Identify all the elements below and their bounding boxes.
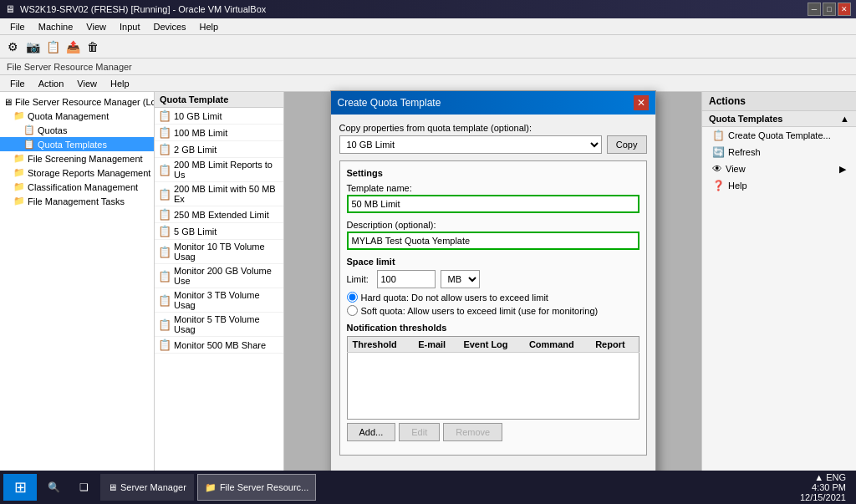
list-item[interactable]: 📋 Monitor 10 TB Volume Usag — [155, 240, 283, 264]
fsrm-menu-view[interactable]: View — [70, 77, 104, 90]
quota-icon-0: 📋 — [158, 109, 171, 122]
edit-notif-button[interactable]: Edit — [399, 423, 440, 441]
template-name-input[interactable] — [347, 195, 639, 213]
tree-item-file-mgmt[interactable]: 📁 File Management Tasks — [0, 194, 154, 208]
fsrm-menu-file[interactable]: File — [3, 77, 32, 90]
copy-button[interactable]: Copy — [607, 135, 647, 154]
quota-icon-7: 📋 — [158, 246, 171, 258]
action-create-quota-template[interactable]: 📋 Create Quota Template... — [702, 127, 856, 144]
quota-icon-11: 📋 — [158, 339, 171, 351]
description-input[interactable] — [347, 232, 639, 250]
copy-template-select[interactable]: 10 GB Limit — [339, 135, 602, 154]
tree-item-quota-templates[interactable]: 📋 Quota Templates — [0, 137, 154, 151]
taskbar-search[interactable]: 🔍 — [40, 474, 67, 501]
hard-quota-row: Hard quota: Do not allow users to exceed… — [347, 292, 639, 303]
fsrm-menu-help[interactable]: Help — [104, 77, 136, 90]
toolbar-settings[interactable]: ⚙ — [3, 38, 22, 56]
list-item[interactable]: 📋 200 MB Limit Reports to Us — [155, 158, 283, 182]
notification-section: Notification thresholds Threshold E-mail… — [347, 323, 639, 441]
quota-icon-8: 📋 — [158, 270, 171, 283]
limit-unit-select[interactable]: MB KB GB TB — [441, 270, 480, 288]
quota-icon-2: 📋 — [158, 143, 171, 155]
limit-label: Limit: — [347, 274, 372, 284]
notif-table-body — [347, 353, 639, 420]
quota-icon-4: 📋 — [158, 188, 171, 201]
list-item[interactable]: 📋 2 GB Limit — [155, 141, 283, 158]
tree-item-fsrm[interactable]: 🖥 File Server Resource Manager (Local) — [0, 95, 154, 109]
tree-item-quotas[interactable]: 📋 Quotas — [0, 123, 154, 137]
copy-label: Copy properties from quota template (opt… — [339, 123, 647, 133]
clock-time: 4:30 PM — [800, 482, 846, 492]
soft-quota-radio[interactable] — [347, 305, 358, 316]
toolbar-discard[interactable]: 🗑 — [84, 38, 102, 56]
folder-icon-quota: 📁 — [13, 110, 25, 121]
quota-icon-9: 📋 — [158, 294, 171, 307]
settings-group: Settings Template name: Description (opt… — [339, 160, 647, 456]
window-controls: ─ □ ✕ — [808, 3, 851, 16]
soft-quota-row: Soft quota: Allow users to exceed limit … — [347, 305, 639, 316]
maximize-btn[interactable]: □ — [823, 3, 836, 16]
window-title: WS2K19-SRV02 (FRESH) [Running] - Oracle … — [20, 4, 266, 14]
list-item[interactable]: 📋 5 GB Limit — [155, 223, 283, 240]
add-notif-button[interactable]: Add... — [347, 423, 396, 441]
description-label: Description (optional): — [347, 220, 639, 230]
tree-item-quota-mgmt[interactable]: 📁 Quota Management — [0, 109, 154, 123]
computer-icon: 🖥 — [3, 97, 13, 107]
tree-item-classification[interactable]: 📁 Classification Management — [0, 180, 154, 194]
create-template-icon: 📋 — [712, 130, 725, 141]
minimize-btn[interactable]: ─ — [808, 3, 821, 16]
actions-section-title: Quota Templates ▲ — [702, 111, 856, 127]
tree-item-storage-reports[interactable]: 📁 Storage Reports Management — [0, 165, 154, 180]
menu-input[interactable]: Input — [113, 20, 146, 33]
copy-row: 10 GB Limit Copy — [339, 135, 647, 154]
list-item[interactable]: 📋 Monitor 3 TB Volume Usag — [155, 288, 283, 313]
taskbar-task-view[interactable]: ❑ — [70, 474, 97, 501]
remove-notif-button[interactable]: Remove — [443, 423, 502, 441]
taskbar-fsrm[interactable]: 📁 File Server Resourc... — [197, 474, 316, 501]
vbox-menubar: File Machine View Input Devices Help — [0, 18, 856, 35]
actions-header: Actions — [702, 92, 856, 111]
taskbar-server-manager[interactable]: 🖥 Server Manager — [100, 474, 194, 501]
help-icon: ❓ — [712, 180, 725, 191]
toolbar-snapshot[interactable]: 📷 — [23, 38, 42, 56]
menu-machine[interactable]: Machine — [32, 20, 80, 33]
toolbar-clone[interactable]: 📋 — [43, 38, 62, 56]
fsrm-title-text: File Server Resource Manager — [7, 62, 132, 72]
vbox-icon: 🖥 — [5, 3, 15, 15]
server-manager-icon: 🖥 — [108, 482, 117, 492]
fsrm-menu-action[interactable]: Action — [32, 77, 71, 90]
hard-quota-radio[interactable] — [347, 292, 358, 303]
menu-help[interactable]: Help — [193, 20, 226, 33]
space-limit-section: Space limit Limit: MB KB GB TB — [347, 257, 639, 316]
fsrm-menubar: File Action View Help — [0, 75, 856, 92]
list-item[interactable]: 📋 10 GB Limit — [155, 108, 283, 125]
menu-view[interactable]: View — [79, 20, 113, 33]
menu-file[interactable]: File — [3, 20, 32, 33]
action-view[interactable]: 👁 View ▶ — [702, 160, 856, 177]
list-item[interactable]: 📋 250 MB Extended Limit — [155, 206, 283, 223]
list-item[interactable]: 📋 Monitor 5 TB Volume Usag — [155, 313, 283, 337]
action-refresh[interactable]: 🔄 Refresh — [702, 144, 856, 160]
toolbar-export[interactable]: 📤 — [64, 38, 82, 56]
list-item[interactable]: 📋 Monitor 500 MB Share — [155, 337, 283, 354]
soft-quota-label: Soft quota: Allow users to exceed limit … — [361, 306, 599, 316]
close-btn[interactable]: ✕ — [838, 3, 851, 16]
description-group: Description (optional): — [347, 220, 639, 250]
notif-title: Notification thresholds — [347, 323, 639, 333]
file-mgmt-icon: 📁 — [13, 196, 25, 206]
start-button[interactable]: ⊞ — [3, 474, 37, 501]
menu-devices[interactable]: Devices — [146, 20, 192, 33]
fsrm-taskbar-icon: 📁 — [205, 482, 217, 493]
tree-item-file-screening[interactable]: 📁 File Screening Management — [0, 151, 154, 165]
list-item[interactable]: 📋 100 MB Limit — [155, 125, 283, 141]
limit-value-input[interactable] — [377, 270, 436, 288]
list-item[interactable]: 📋 200 MB Limit with 50 MB Ex — [155, 182, 283, 206]
view-icon: 👁 — [712, 163, 722, 175]
limit-row: Limit: MB KB GB TB — [347, 270, 639, 288]
action-help[interactable]: ❓ Help — [702, 177, 856, 194]
dialog-close-button[interactable]: ✕ — [634, 95, 649, 110]
clock-date: 12/15/2021 — [800, 492, 846, 502]
list-item[interactable]: 📋 Monitor 200 GB Volume Use — [155, 264, 283, 288]
quota-icon-5: 📋 — [158, 208, 171, 221]
copy-section: Copy properties from quota template (opt… — [339, 123, 647, 154]
